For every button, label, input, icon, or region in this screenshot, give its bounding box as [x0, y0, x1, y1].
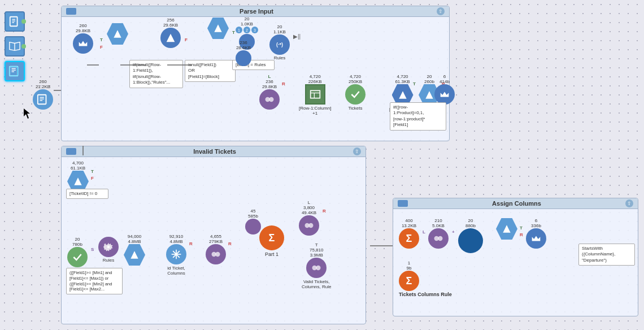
pi-node-1[interactable]: 260 29.8KB — [73, 23, 93, 54]
ac-expr-1: StartsWith({ColumnName},"Departure") — [578, 244, 635, 266]
sidebar — [5, 11, 25, 81]
sidebar-icon-1[interactable] — [5, 36, 25, 57]
parse-input-blue-bar — [66, 8, 76, 15]
inv-expr-1: [TicketID] != 0 — [66, 189, 108, 199]
inv-node-5[interactable]: 92,910 4.8MB id Ticket,Columns — [166, 234, 186, 276]
pi-n5-num-badges: 1 2 3 — [236, 27, 258, 33]
pi-n8-circle[interactable] — [259, 89, 280, 110]
inv-node-sigma[interactable]: Σ Part 1 — [259, 225, 284, 257]
svg-rect-5 — [10, 67, 18, 76]
left-node-circle[interactable] — [33, 89, 53, 110]
inv-node-8[interactable]: L 3,800 49.4KB — [299, 200, 319, 236]
ac-n2-circle[interactable] — [458, 228, 483, 253]
inv-node-4[interactable]: 94,000 4.8MB — [124, 234, 145, 266]
ac-sigma-2[interactable]: 1 9b Σ — [399, 260, 419, 291]
pi-n6-circle[interactable] — [236, 50, 251, 66]
inv-node-2[interactable]: 20 780b — [67, 237, 88, 267]
ac-l-1: L — [423, 229, 425, 235]
pi-n10-circle[interactable] — [345, 84, 365, 105]
invalid-tickets-container: Invalid Tickets ⇧ 4,700 61.1KB T F [Tick… — [61, 146, 366, 324]
assign-columns-expand-btn[interactable]: ⇧ — [625, 199, 633, 207]
parse-input-container: Parse Input ⇧ 260 29.8KB T F iif(isnull(… — [61, 6, 450, 141]
pi-node-13[interactable]: 6 414b — [434, 74, 455, 105]
inv-n4-hex[interactable] — [124, 244, 145, 266]
svg-marker-24 — [425, 91, 433, 98]
pi-node-6[interactable]: 236 28.6KB — [236, 40, 251, 66]
crown-icon-3 — [530, 232, 542, 245]
inv-node-7[interactable]: 45 585b — [245, 209, 261, 235]
transform-icon-1 — [112, 28, 123, 40]
crown-icon-1 — [77, 37, 89, 50]
svg-marker-15 — [114, 30, 121, 37]
svg-marker-27 — [130, 251, 138, 258]
pi-tf-1f: F — [100, 45, 103, 50]
pi-t-badge-3: T — [413, 81, 416, 86]
ac-n1-circle[interactable] — [428, 228, 449, 249]
inv-node-6[interactable]: 4,655 279KB — [206, 234, 226, 264]
ac-node-3[interactable] — [496, 218, 517, 240]
inv-n8-circle[interactable] — [299, 215, 319, 236]
pi-badge-2: 2 — [243, 27, 250, 33]
svg-marker-25 — [74, 177, 81, 185]
pi-node-9[interactable]: 4,720 226KB [Row-1:Column]+1 — [299, 74, 331, 116]
inv-f-1: F — [91, 176, 94, 181]
invalid-tickets-expand-btn[interactable]: ⇧ — [353, 147, 361, 155]
pi-n4-hex[interactable] — [207, 18, 229, 39]
ac-sigma-1[interactable]: 400 13.2KB Σ — [399, 218, 419, 249]
parse-input-expand-btn[interactable]: ⇧ — [437, 7, 445, 15]
inv-id-ticket-label: id Ticket,Columns — [167, 266, 185, 276]
pi-t-badge-2: T — [232, 30, 235, 35]
book-closed-icon — [8, 15, 21, 28]
ac-n4-circle[interactable] — [526, 228, 546, 249]
pi-node-2[interactable] — [107, 23, 128, 45]
pi-n7-circle[interactable]: (·*) — [269, 34, 290, 55]
pi-badge-3: 3 — [251, 27, 258, 33]
inv-node-3[interactable]: Rules — [98, 237, 119, 263]
svg-marker-40 — [503, 225, 510, 232]
ac-t-3: T — [520, 225, 523, 231]
pi-n2-hex[interactable] — [107, 23, 128, 45]
filter-icon-1 — [397, 89, 408, 101]
pi-node-8[interactable]: L 236 29.8KB — [259, 74, 280, 110]
pi-tf-1: T — [100, 37, 103, 42]
inv-node-1[interactable]: 4,700 61.1KB — [67, 160, 89, 192]
pi-node-4[interactable] — [207, 18, 229, 39]
ac-node-2[interactable]: 20 880b — [458, 218, 483, 253]
ac-r-3: R — [520, 232, 523, 237]
join-icon-4 — [311, 262, 322, 273]
join-icon-2 — [210, 249, 221, 260]
inv-n5-circle[interactable] — [166, 244, 186, 264]
pi-n1-circle[interactable] — [73, 33, 93, 54]
book-node-icon — [37, 93, 49, 106]
svg-marker-14 — [24, 108, 30, 119]
pi-tickets-label: Tickets — [348, 106, 362, 111]
pi-node-7[interactable]: 20 1.1KB (·*) Rules — [269, 24, 290, 60]
inv-n6-circle[interactable] — [206, 244, 226, 264]
inv-n2-circle[interactable] — [67, 247, 88, 267]
assign-columns-container: Assign Columns ⇧ 400 13.2KB Σ L 210 5.0K… — [393, 198, 638, 316]
ac-node-1[interactable]: 210 5.0KB — [428, 218, 449, 249]
pi-expr-right: iif([row-1:Product]=0,1,[row-1:product]*… — [390, 102, 446, 131]
pi-n3-circle[interactable] — [160, 28, 181, 48]
ac-sigma1-circle[interactable]: Σ — [399, 228, 419, 249]
sidebar-icon-0[interactable] — [5, 11, 25, 32]
inv-node-9[interactable]: T 75,810 3.9MB Valid Tickets,Columns, Ru… — [302, 242, 331, 289]
inv-n7-circle[interactable] — [245, 219, 261, 235]
svg-marker-17 — [214, 24, 221, 32]
sidebar-icon-2[interactable] — [5, 61, 25, 81]
left-node-badge2: 21.2KB — [36, 84, 50, 89]
pi-expr-1: iif(isnull([Row-1:Field1]), iif(isnull([… — [129, 60, 183, 88]
ac-n3-hex[interactable] — [496, 218, 517, 240]
ac-node-4[interactable]: 6 336b — [526, 218, 546, 249]
ac-sigma2-circle[interactable]: Σ — [399, 271, 419, 291]
inv-n9-circle[interactable] — [306, 258, 327, 278]
inv-sigma-circle[interactable]: Σ — [259, 225, 284, 250]
inv-n3-circle[interactable] — [98, 237, 119, 257]
pi-node-10[interactable]: 4,720 250KB Tickets — [345, 74, 365, 111]
check-icon-1 — [350, 89, 361, 100]
pi-n13-circle[interactable] — [434, 84, 455, 105]
pi-n9-table[interactable] — [305, 84, 325, 105]
crown-icon-2 — [438, 88, 451, 101]
pi-expr-2: isnull([Field1])OR[Field1]=[Block] — [185, 60, 236, 82]
pi-node-3[interactable]: 256 29.6KB — [160, 18, 181, 48]
